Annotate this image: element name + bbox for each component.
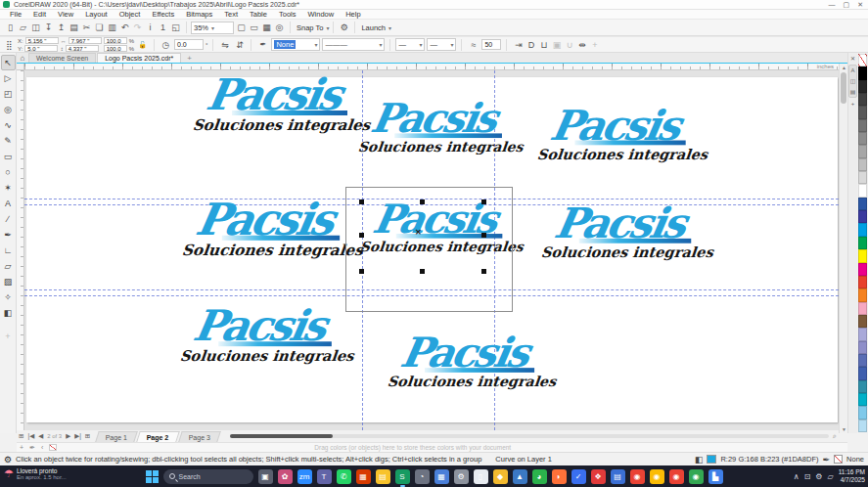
toolbox-tool[interactable]: ▭ — [1, 149, 16, 164]
toolbox-tool[interactable]: ◰ — [1, 86, 16, 102]
page-nav-icon[interactable]: ▶| — [72, 432, 83, 440]
toolbar-icon[interactable]: ◱ — [169, 22, 182, 34]
color-swatch[interactable] — [858, 132, 867, 145]
toolbox-tool[interactable]: ✒ — [1, 227, 16, 243]
color-swatch[interactable] — [858, 106, 867, 118]
toolbar-icon[interactable]: ▥ — [106, 22, 118, 34]
toolbar-icon[interactable]: ▦ — [260, 22, 273, 34]
toolbar-icon[interactable]: ✂ — [80, 22, 93, 34]
y-position-field[interactable]: 5.0 " — [24, 45, 58, 52]
page-nav-icon[interactable]: |◀ — [25, 432, 36, 440]
objects-docker-icon[interactable]: ◫ — [850, 77, 856, 84]
mirror-vertical-icon[interactable]: ⇵ — [233, 38, 246, 51]
color-swatch[interactable] — [858, 420, 867, 432]
document-tab[interactable]: Welcome Screen — [28, 53, 96, 63]
object-origin-icon[interactable]: ⣿ — [3, 38, 16, 51]
color-swatch[interactable] — [858, 380, 867, 393]
tray-clock[interactable]: 11:16 PM 4/7/2025 — [839, 468, 865, 484]
close-button[interactable]: ✕ — [857, 1, 863, 9]
color-swatch[interactable] — [858, 119, 867, 132]
taskbar-app-icon[interactable]: ◔ — [415, 469, 430, 484]
status-gear-icon[interactable]: ⚙ — [4, 455, 12, 465]
color-swatch[interactable] — [858, 302, 867, 315]
vertical-scroll-thumb[interactable] — [841, 72, 846, 104]
toolbar-icon[interactable]: ▭ — [248, 22, 260, 34]
selection-handle-e[interactable] — [481, 233, 486, 238]
menu-item[interactable]: View — [52, 10, 79, 19]
magnifier-icon[interactable]: ⌕ — [833, 432, 839, 440]
weather-widget[interactable]: ☂ Lloverá pronto En aprox. 1.5 hor... — [4, 467, 67, 480]
selection-handle-s[interactable] — [420, 269, 425, 274]
taskbar-app-icon[interactable]: ▯ — [474, 469, 488, 484]
color-swatch[interactable] — [858, 237, 867, 249]
toolbar-icon[interactable]: ↷ — [131, 22, 144, 34]
menu-item[interactable]: Edit — [27, 10, 52, 19]
taskbar-app-icon[interactable]: ✆ — [337, 469, 351, 484]
menu-item[interactable]: Window — [301, 10, 340, 19]
corner-size-field[interactable]: 50 — [481, 39, 501, 50]
toolbar-icon[interactable]: ▤ — [68, 22, 80, 34]
toolbox-tool[interactable]: A — [1, 196, 16, 211]
eyedropper-icon[interactable]: ✒ — [26, 444, 38, 452]
toolbar-icon[interactable]: ↶ — [118, 22, 131, 34]
color-swatch[interactable] — [858, 66, 867, 79]
color-swatch[interactable] — [858, 54, 867, 66]
export-docker-icon[interactable]: ▤ — [850, 88, 856, 95]
add-color-icon[interactable]: + — [17, 444, 26, 451]
collapse-icon[interactable]: ‹ — [38, 444, 46, 451]
vertical-ruler[interactable] — [17, 70, 24, 430]
minimize-button[interactable]: — — [829, 1, 836, 9]
page-nav-icon[interactable]: ▶ — [64, 432, 72, 440]
document-tab[interactable]: Logo Pacsis 2025.cdr* — [97, 53, 181, 63]
toolbox-tool[interactable]: ∿ — [1, 117, 16, 133]
cast-icon[interactable]: ⊡ — [804, 472, 811, 481]
horizontal-ruler[interactable]: inches — [24, 64, 839, 70]
color-swatch[interactable] — [858, 276, 867, 288]
add-docker-icon[interactable]: + — [851, 101, 855, 107]
selection-center-marker[interactable]: ✕ — [415, 228, 422, 237]
taskbar-app-icon[interactable]: ◕ — [532, 469, 547, 484]
drawing-canvas[interactable]: Pacsis Soluciones integrales Pacsis Solu… — [24, 70, 839, 430]
taskbar-app-icon[interactable]: ▦ — [434, 469, 449, 484]
taskbar-app-icon[interactable]: ▲ — [513, 469, 527, 484]
taskbar-app-icon[interactable]: ◉ — [630, 469, 645, 484]
no-color-swatch[interactable] — [49, 444, 57, 451]
logo-instance[interactable]: Pacsis Soluciones integrales — [388, 333, 541, 390]
toolbox-tool[interactable]: ▷ — [1, 70, 16, 86]
taskbar-app-icon[interactable]: T — [317, 469, 332, 484]
toolbox-tool[interactable]: ▨ — [1, 274, 16, 289]
color-swatch[interactable] — [858, 406, 867, 419]
page-tab[interactable]: Page 2 — [137, 431, 180, 442]
start-button[interactable] — [146, 470, 159, 483]
toolbox-tool[interactable]: ↖ — [1, 55, 16, 70]
vertical-scrollbar[interactable]: ▲ ▼ — [839, 64, 847, 433]
tray-folder-icon[interactable]: ▱ — [828, 472, 834, 481]
logo-instance[interactable]: Pacsis Soluciones integrales — [537, 106, 692, 162]
color-swatch[interactable] — [858, 80, 867, 93]
toolbox-tool[interactable]: ○ — [1, 164, 16, 180]
snap-to-button[interactable]: Snap To — [297, 23, 323, 32]
page-nav-icon[interactable]: ⊞ — [83, 432, 92, 440]
color-swatch[interactable] — [858, 315, 867, 328]
toolbox-tool[interactable]: ✶ — [1, 180, 16, 196]
logo-instance[interactable]: Pacsis Soluciones integrales — [541, 203, 698, 261]
page-nav-icon[interactable]: ◀ — [36, 432, 45, 440]
taskbar-app-icon[interactable]: ▤ — [611, 469, 625, 484]
color-swatch[interactable] — [858, 93, 867, 106]
logo-instance[interactable]: Pacsis Soluciones integrales — [193, 74, 354, 134]
options-gear-icon[interactable]: ⚙ — [338, 22, 350, 34]
taskbar-app-icon[interactable]: ▤ — [376, 469, 390, 484]
menu-item[interactable]: Layout — [79, 10, 114, 19]
start-arrowhead-combo[interactable]: — ▾ — [395, 38, 425, 51]
mirror-horizontal-icon[interactable]: ⇋ — [218, 38, 231, 51]
toolbox-tool[interactable]: ◎ — [1, 102, 16, 117]
taskbar-app-icon[interactable]: ▙ — [708, 469, 723, 484]
scale-height-field[interactable]: 100.0 — [104, 45, 127, 52]
menu-item[interactable]: Text — [218, 10, 244, 19]
page-tab[interactable]: Page 1 — [96, 431, 139, 442]
toolbar-icon[interactable]: ◫ — [29, 22, 42, 34]
property-icon[interactable]: + — [588, 38, 601, 51]
toolbar-icon[interactable]: ↥ — [55, 22, 68, 34]
color-swatch[interactable] — [858, 223, 867, 236]
property-icon[interactable]: ▣ — [550, 38, 563, 51]
